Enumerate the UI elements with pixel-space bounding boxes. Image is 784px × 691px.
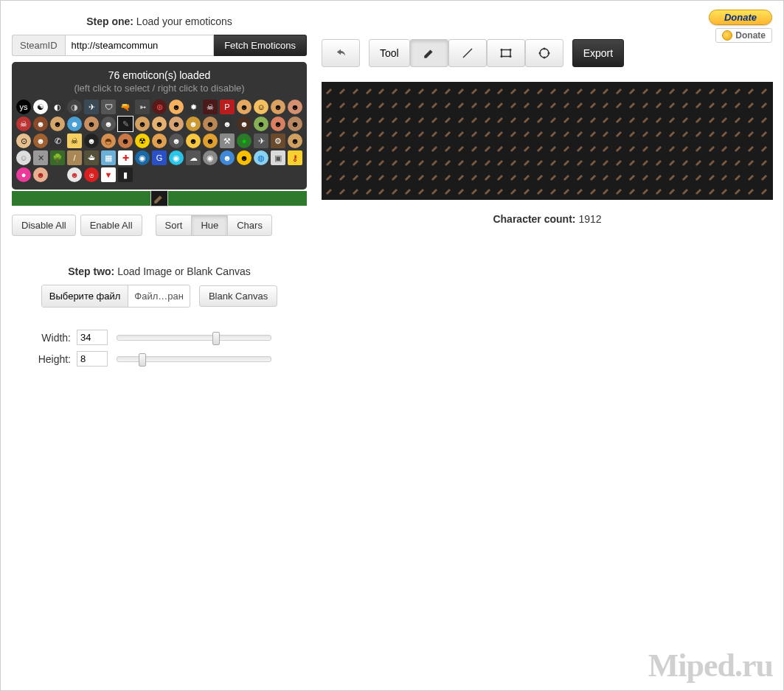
canvas-cell[interactable] bbox=[693, 112, 706, 127]
canvas-cell[interactable] bbox=[587, 141, 600, 156]
emoticon[interactable]: ● bbox=[237, 133, 251, 148]
canvas-cell[interactable] bbox=[350, 184, 363, 199]
canvas-cell[interactable] bbox=[732, 98, 745, 113]
canvas-cell[interactable] bbox=[693, 98, 706, 113]
canvas-cell[interactable] bbox=[507, 98, 521, 113]
canvas-cell[interactable] bbox=[600, 112, 614, 127]
canvas-cell[interactable] bbox=[494, 156, 507, 170]
canvas-cell[interactable] bbox=[363, 112, 376, 127]
canvas-cell[interactable] bbox=[389, 170, 402, 184]
canvas-cell[interactable] bbox=[429, 170, 442, 184]
canvas-cell[interactable] bbox=[534, 184, 547, 199]
canvas-cell[interactable] bbox=[521, 112, 534, 127]
canvas-cell[interactable] bbox=[745, 141, 758, 156]
emoticon[interactable]: ✚ bbox=[118, 150, 133, 165]
canvas-cell[interactable] bbox=[706, 156, 719, 170]
canvas-cell[interactable] bbox=[376, 156, 389, 170]
canvas-cell[interactable] bbox=[534, 156, 547, 170]
emoticon[interactable]: 🔫 bbox=[118, 100, 133, 114]
canvas-cell[interactable] bbox=[336, 127, 350, 142]
canvas-cell[interactable] bbox=[455, 112, 468, 127]
canvas-cell[interactable] bbox=[468, 98, 482, 113]
emoticon[interactable]: ☠ bbox=[67, 133, 82, 148]
canvas-cell[interactable] bbox=[639, 127, 653, 142]
canvas-cell[interactable] bbox=[679, 156, 693, 170]
canvas-cell[interactable] bbox=[468, 112, 482, 127]
canvas-cell[interactable] bbox=[363, 156, 376, 170]
canvas-cell[interactable] bbox=[415, 127, 429, 142]
emoticon[interactable]: ☻ bbox=[237, 150, 251, 165]
canvas-cell[interactable] bbox=[350, 156, 363, 170]
emoticon[interactable]: ✈ bbox=[254, 133, 268, 148]
canvas-cell[interactable] bbox=[626, 184, 639, 199]
canvas-cell[interactable] bbox=[547, 98, 561, 113]
canvas-cell[interactable] bbox=[718, 141, 732, 156]
canvas-cell[interactable] bbox=[442, 156, 455, 170]
canvas-cell[interactable] bbox=[758, 127, 771, 142]
fetch-emoticons-button[interactable]: Fetch Emoticons bbox=[214, 35, 307, 56]
chars-button[interactable]: Chars bbox=[227, 215, 272, 236]
emoticon[interactable]: ◓ bbox=[101, 133, 116, 148]
canvas-cell[interactable] bbox=[534, 98, 547, 113]
canvas-cell[interactable] bbox=[415, 98, 429, 113]
emoticon[interactable]: / bbox=[67, 150, 82, 165]
canvas-cell[interactable] bbox=[363, 98, 376, 113]
emoticon[interactable]: ☻ bbox=[67, 167, 82, 182]
canvas-cell[interactable] bbox=[718, 184, 732, 199]
selected-emote-chip[interactable] bbox=[151, 191, 167, 206]
canvas-cell[interactable] bbox=[626, 156, 639, 170]
emoticon[interactable]: ▣ bbox=[271, 150, 285, 165]
canvas-cell[interactable] bbox=[706, 83, 719, 98]
canvas-cell[interactable] bbox=[482, 170, 495, 184]
emoticon[interactable]: ☻ bbox=[101, 117, 116, 131]
blank-canvas-button[interactable]: Blank Canvas bbox=[199, 285, 277, 307]
canvas-cell[interactable] bbox=[693, 83, 706, 98]
canvas-cell[interactable] bbox=[574, 112, 587, 127]
emoticon[interactable]: ✈ bbox=[84, 100, 99, 114]
emoticon[interactable]: ☻ bbox=[237, 117, 251, 131]
emoticon[interactable]: ☻ bbox=[33, 133, 48, 148]
canvas-cell[interactable] bbox=[507, 141, 521, 156]
canvas-cell[interactable] bbox=[455, 184, 468, 199]
canvas-cell[interactable] bbox=[350, 170, 363, 184]
canvas-cell[interactable] bbox=[494, 170, 507, 184]
emoticon[interactable]: ☺ bbox=[254, 100, 268, 114]
canvas-cell[interactable] bbox=[587, 127, 600, 142]
canvas-cell[interactable] bbox=[442, 98, 455, 113]
canvas-cell[interactable] bbox=[547, 156, 561, 170]
rect-tool-button[interactable] bbox=[487, 39, 525, 67]
canvas-cell[interactable] bbox=[706, 141, 719, 156]
canvas-cell[interactable] bbox=[429, 127, 442, 142]
emoticon[interactable]: 🌳 bbox=[50, 150, 65, 165]
palette-bar[interactable] bbox=[12, 191, 307, 206]
canvas-cell[interactable] bbox=[613, 98, 626, 113]
canvas-cell[interactable] bbox=[574, 98, 587, 113]
canvas-cell[interactable] bbox=[376, 141, 389, 156]
emoticon[interactable]: ☻ bbox=[135, 117, 150, 131]
canvas-cell[interactable] bbox=[363, 127, 376, 142]
enable-all-button[interactable]: Enable All bbox=[80, 215, 142, 236]
canvas-cell[interactable] bbox=[521, 127, 534, 142]
canvas-cell[interactable] bbox=[613, 83, 626, 98]
canvas-cell[interactable] bbox=[336, 184, 350, 199]
emoticon[interactable]: ☻ bbox=[169, 133, 184, 148]
canvas-cell[interactable] bbox=[482, 127, 495, 142]
canvas-cell[interactable] bbox=[587, 83, 600, 98]
canvas-cell[interactable] bbox=[336, 141, 350, 156]
canvas-cell[interactable] bbox=[442, 184, 455, 199]
canvas-cell[interactable] bbox=[482, 141, 495, 156]
canvas-cell[interactable] bbox=[574, 141, 587, 156]
emoticon[interactable]: ☻ bbox=[152, 117, 167, 131]
canvas-cell[interactable] bbox=[376, 184, 389, 199]
undo-button[interactable] bbox=[322, 39, 360, 67]
canvas-cell[interactable] bbox=[718, 156, 732, 170]
line-tool-button[interactable] bbox=[448, 39, 487, 67]
canvas-cell[interactable] bbox=[679, 127, 693, 142]
canvas-cell[interactable] bbox=[323, 112, 336, 127]
canvas-cell[interactable] bbox=[468, 184, 482, 199]
canvas-cell[interactable] bbox=[679, 184, 693, 199]
canvas-cell[interactable] bbox=[494, 127, 507, 142]
canvas-cell[interactable] bbox=[745, 170, 758, 184]
emoticon[interactable]: ✹ bbox=[186, 100, 201, 114]
canvas-cell[interactable] bbox=[587, 170, 600, 184]
